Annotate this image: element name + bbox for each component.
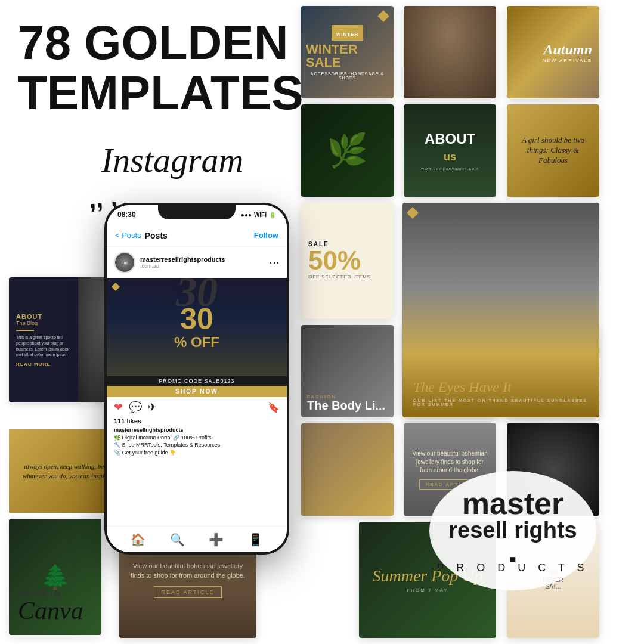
about-us-text: ABOUTus	[425, 131, 475, 164]
phone-likes: 111 likes	[107, 417, 287, 425]
template-sale50: SALE 50% OFF SELECTED ITEMS	[301, 203, 394, 319]
phone-notch	[158, 203, 236, 219]
template-winter-sale: WINTER WINTER SALE ACCESSORIES, HANDBAGS…	[301, 6, 394, 98]
winter-sale-tag: WINTER	[336, 32, 359, 37]
phone-username: masterresellrightsproducts	[140, 256, 225, 263]
autumn-title: Autumn	[544, 42, 592, 58]
phone-nav-title: Posts	[145, 231, 254, 240]
sale-number: 50%	[308, 247, 361, 274]
phone-shop-bar[interactable]: SHOP NOW	[107, 386, 287, 397]
phone-promo-bar: PROMO CODE SALE0123	[107, 376, 287, 386]
phone-time: 08:30	[117, 210, 136, 219]
caption-line2: 🔧 Shop MRRTools, Templates & Resources	[114, 441, 280, 449]
template-camera: FASHION The Body Li...	[301, 325, 394, 417]
share-icon[interactable]: ✈	[148, 401, 157, 414]
template-gold-photo	[301, 423, 394, 516]
phone-status-icons: ●●● WiFi 🔋	[241, 212, 276, 218]
body-label: The Body Li...	[307, 400, 385, 411]
mrr-logo-line1: master	[462, 488, 564, 519]
boho-bottom-text: View our beautiful bohemian jewellery fi…	[128, 562, 247, 580]
phone-post-image: 30 30 % OFF	[107, 278, 287, 376]
about-blog-sub: The Blog	[16, 320, 71, 326]
template-woman-hat	[404, 6, 496, 98]
template-classy: A girl should be two things: Classy & Fa…	[507, 104, 599, 197]
eyes-title: The Eyes Have It	[413, 379, 589, 396]
bookmark-icon[interactable]: 🔖	[268, 402, 280, 413]
winter-sale-text: WINTER SALE	[306, 43, 389, 69]
mrr-logo-sub: p r o d u c t s	[436, 562, 589, 574]
phone-nav-bar[interactable]: < Posts Posts Follow	[107, 224, 287, 247]
reels-icon[interactable]: 📱	[248, 532, 263, 547]
diamond-icon-2	[407, 208, 418, 221]
fern-icon: 🌿	[327, 131, 368, 170]
headline-line1: 78 GOLDEN	[18, 18, 304, 68]
phone-more-icon[interactable]: ⋯	[269, 256, 280, 269]
phone-mockup: 08:30 ●●● WiFi 🔋 < Posts Posts Follow	[104, 203, 289, 555]
comment-icon[interactable]: 💬	[129, 401, 142, 414]
caption-line1: 🌿 Digital Income Portal 🔗 100% Profits	[114, 434, 280, 442]
search-bottom-icon[interactable]: 🔍	[170, 532, 185, 547]
bg-number: 30	[176, 278, 218, 316]
caption-username: masterresellrightsproducts	[114, 427, 184, 433]
phone-profile-row[interactable]: mrr masterresellrightsproducts .com.au ⋯	[107, 247, 287, 278]
instagram-label: Instagram	[101, 140, 243, 180]
phone-domain: .com.au	[140, 263, 225, 269]
winter-sale-sub: ACCESSORIES, HANDBAGS & SHOES	[306, 72, 389, 80]
canva-text: Canva	[18, 598, 83, 623]
phone-action-bar: ❤ 💬 ✈ 🔖	[107, 397, 287, 417]
mrr-logo-dot: .	[508, 541, 518, 559]
phone-avatar: mrr	[114, 252, 135, 273]
headline: 78 GOLDEN TEMPLATES	[18, 18, 304, 118]
mrr-logo: master resell rights . p r o d u c t s	[411, 465, 614, 596]
company-url: www.companyname.com	[421, 166, 479, 171]
headline-line2: TEMPLATES	[18, 68, 304, 118]
autumn-sub: NEW ARRIVALS	[543, 58, 592, 63]
about-blog-body: This is a great spot to tell people abou…	[16, 335, 71, 358]
main-container: 78 GOLDEN TEMPLATES Instagram ,, , WINTE…	[0, 0, 644, 644]
eyes-sub: OUR LIST THE MOST ON TREND BEAUTIFUL SUN…	[413, 398, 589, 407]
template-sunglasses-composite: The Eyes Have It OUR LIST THE MOST ON TR…	[402, 203, 599, 417]
template-about-forest: ABOUTus www.companyname.com	[404, 104, 496, 197]
phone-back-button[interactable]: < Posts	[115, 231, 141, 240]
diamond-icon	[378, 11, 389, 24]
phone-bottom-bar: 🏠 🔍 ➕ 📱	[107, 526, 287, 552]
canva-badge: MADE IN Canva	[18, 589, 83, 623]
heart-icon[interactable]: ❤	[114, 401, 123, 414]
add-icon[interactable]: ➕	[209, 532, 224, 547]
classy-text: A girl should be two things: Classy & Fa…	[514, 135, 592, 166]
caption-line3: 📎 Get your free guide 👇	[114, 449, 280, 457]
boho-bottom-btn: READ ARTICLE	[154, 586, 222, 598]
template-fern: 🌿	[301, 104, 394, 197]
diamond-phone	[112, 283, 120, 293]
sale-sub: OFF SELECTED ITEMS	[308, 274, 371, 280]
home-icon[interactable]: 🏠	[131, 532, 145, 547]
phone-follow-button[interactable]: Follow	[254, 231, 278, 240]
about-blog-title: ABOUT	[16, 313, 71, 320]
phone-caption: masterresellrightsproducts 🌿 Digital Inc…	[107, 425, 287, 458]
sale-off: % OFF	[174, 334, 219, 351]
tree-icon: 🌲	[41, 563, 70, 591]
about-blog-read: READ MORE	[16, 361, 71, 367]
template-autumn: Autumn NEW ARRIVALS	[507, 6, 599, 98]
